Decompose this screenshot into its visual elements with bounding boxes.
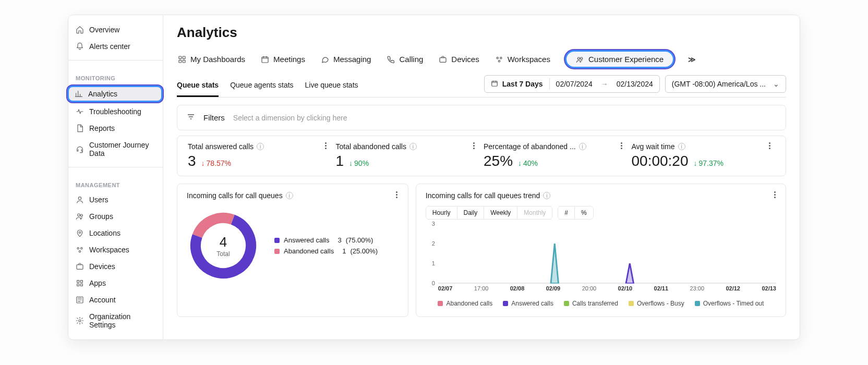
legend-count: 1 bbox=[342, 247, 346, 255]
bar-chart-icon bbox=[75, 90, 83, 98]
info-icon[interactable]: i bbox=[543, 192, 550, 199]
sidebar-divider bbox=[68, 167, 163, 167]
date-controls: Last 7 Days 02/07/2024 → 02/13/2024 (GMT… bbox=[484, 75, 786, 97]
svg-point-21 bbox=[500, 57, 501, 58]
tab-label: Devices bbox=[451, 55, 479, 64]
info-icon[interactable]: i bbox=[409, 143, 417, 150]
card-menu-button[interactable] bbox=[771, 191, 778, 198]
sidebar-item-alerts-center[interactable]: Alerts center bbox=[68, 38, 163, 55]
home-icon bbox=[76, 26, 84, 34]
suitcase-icon bbox=[439, 55, 447, 64]
kpi-menu-button[interactable] bbox=[618, 142, 625, 149]
tab-meetings[interactable]: Meetings bbox=[260, 52, 306, 67]
tab-calling[interactable]: Calling bbox=[385, 52, 424, 67]
sidebar-item-label: Overview bbox=[89, 26, 119, 34]
kpi-menu-button[interactable] bbox=[322, 142, 330, 149]
series-legend-item[interactable]: Abandoned calls bbox=[438, 300, 492, 307]
sidebar-item-apps[interactable]: Apps bbox=[68, 275, 163, 291]
donut-total-label: Total bbox=[216, 250, 230, 258]
series-legend-item[interactable]: Calls transferred bbox=[564, 300, 618, 307]
x-tick: 23:00 bbox=[690, 285, 705, 297]
sidebar-item-locations[interactable]: Locations bbox=[68, 225, 163, 241]
sidebar-item-analytics[interactable]: Analytics bbox=[67, 86, 163, 102]
x-tick: 02/10 bbox=[618, 285, 633, 297]
kpi-delta: 78.57% bbox=[201, 159, 231, 167]
tab-messaging[interactable]: Messaging bbox=[320, 52, 372, 67]
legend-pct: (25.00%) bbox=[350, 247, 378, 255]
app-frame: OverviewAlerts center MONITORING Analyti… bbox=[68, 15, 800, 340]
kpi-menu-button[interactable] bbox=[470, 142, 477, 149]
x-tick: 02/12 bbox=[726, 285, 740, 297]
kpi-menu-button[interactable] bbox=[766, 142, 773, 149]
svg-rect-18 bbox=[262, 57, 268, 63]
sidebar-item-groups[interactable]: Groups bbox=[68, 208, 163, 225]
swatch-icon bbox=[274, 249, 280, 254]
kpi-delta: 40% bbox=[518, 159, 538, 167]
granularity-weekly[interactable]: Weekly bbox=[484, 206, 517, 219]
legend-count: 3 bbox=[337, 236, 341, 244]
sidebar-item-label: Account bbox=[89, 296, 116, 304]
sidebar-item-workspaces[interactable]: Workspaces bbox=[68, 241, 163, 258]
sidebar-item-account[interactable]: Account bbox=[68, 291, 163, 308]
info-icon[interactable]: i bbox=[678, 143, 685, 150]
main-panel: Analytics My DashboardsMeetingsMessaging… bbox=[163, 15, 800, 339]
series-name: Abandoned calls bbox=[446, 300, 492, 307]
grid4-icon bbox=[178, 55, 186, 64]
series-legend-item[interactable]: Overflows - Busy bbox=[629, 300, 684, 307]
sidebar-item-label: Alerts center bbox=[89, 42, 130, 51]
filters-bar[interactable]: Filters Select a dimension by clicking h… bbox=[177, 105, 786, 130]
unit-toggle-group: #% bbox=[558, 206, 593, 220]
granularity-group: HourlyDailyWeeklyMonthly bbox=[426, 206, 553, 220]
granularity-hourly[interactable]: Hourly bbox=[426, 206, 457, 219]
svg-point-1 bbox=[78, 214, 80, 216]
x-tick: 17:00 bbox=[474, 285, 489, 297]
sidebar-item-overview[interactable]: Overview bbox=[68, 21, 163, 38]
granularity-daily[interactable]: Daily bbox=[457, 206, 485, 219]
unit-toggle[interactable]: % bbox=[575, 206, 593, 219]
sidebar-item-troubleshooting[interactable]: Troubleshooting bbox=[68, 103, 163, 120]
kpi-avg-wait-time: Avg wait time i00:00:2097.37% bbox=[632, 142, 776, 169]
info-icon[interactable]: i bbox=[257, 143, 264, 150]
sub-tab-queue-agents-stats[interactable]: Queue agents stats bbox=[230, 76, 293, 97]
svg-rect-14 bbox=[179, 56, 182, 59]
sub-tabs: Queue statsQueue agents statsLive queue … bbox=[177, 76, 358, 97]
series-legend-item[interactable]: Answered calls bbox=[503, 300, 553, 307]
sidebar-item-users[interactable]: Users bbox=[68, 191, 163, 208]
donut-chart: 4 Total bbox=[187, 209, 260, 282]
sidebar-item-devices[interactable]: Devices bbox=[68, 258, 163, 275]
more-tabs-button[interactable]: ≫ bbox=[688, 55, 696, 64]
kpi-title: Total abandoned calls bbox=[336, 142, 406, 151]
trend-chart: 0123 02/0717:0002/0802/0920:0002/1002/11… bbox=[426, 224, 776, 297]
sidebar-item-label: Apps bbox=[89, 279, 106, 287]
sidebar-item-reports[interactable]: Reports bbox=[68, 120, 163, 137]
sidebar-item-label: Customer Journey Data bbox=[89, 141, 155, 157]
sidebar-item-label: Analytics bbox=[88, 90, 117, 98]
suitcase-icon bbox=[76, 262, 84, 271]
swatch-icon bbox=[274, 238, 280, 243]
kpi-title: Total answered calls bbox=[188, 142, 254, 151]
info-icon[interactable]: i bbox=[286, 192, 293, 199]
x-tick: 20:00 bbox=[582, 285, 597, 297]
tab-customer-experience[interactable]: Customer Experience bbox=[565, 50, 674, 68]
svg-point-13 bbox=[79, 320, 81, 322]
sub-tab-live-queue-stats[interactable]: Live queue stats bbox=[305, 76, 358, 97]
tab-my-dashboards[interactable]: My Dashboards bbox=[177, 52, 246, 67]
tab-workspaces[interactable]: Workspaces bbox=[494, 52, 551, 67]
series-legend-item[interactable]: Overflows - Timed out bbox=[695, 300, 764, 307]
phone-icon bbox=[387, 55, 395, 64]
unit-toggle[interactable]: # bbox=[558, 206, 575, 219]
tab-devices[interactable]: Devices bbox=[438, 52, 480, 67]
date-range-picker[interactable]: Last 7 Days 02/07/2024 → 02/13/2024 bbox=[484, 75, 660, 93]
card-menu-button[interactable] bbox=[393, 191, 401, 198]
kpi-value: 3 bbox=[188, 153, 196, 169]
org-icon bbox=[76, 296, 84, 304]
sidebar-item-organization-settings[interactable]: Organization Settings bbox=[68, 308, 163, 333]
sub-tab-queue-stats[interactable]: Queue stats bbox=[177, 76, 219, 97]
headset-icon bbox=[76, 145, 84, 153]
sidebar-item-customer-journey-data[interactable]: Customer Journey Data bbox=[68, 137, 163, 162]
info-icon[interactable]: i bbox=[579, 143, 586, 150]
x-tick: 02/13 bbox=[762, 285, 776, 297]
legend-name: Answered calls bbox=[284, 236, 329, 244]
sidebar-divider bbox=[68, 60, 163, 60]
timezone-select[interactable]: (GMT -08:00) America/Los ... bbox=[665, 75, 786, 93]
